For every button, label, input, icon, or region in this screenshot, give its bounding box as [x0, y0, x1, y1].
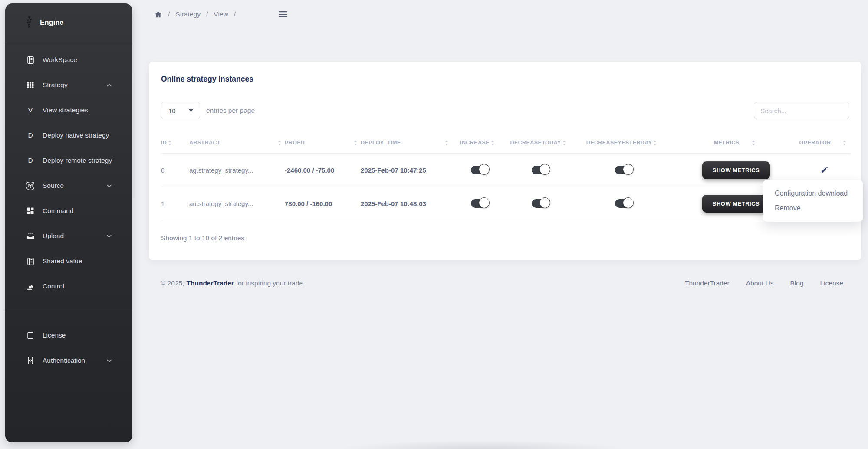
cell-deploy-time: 2025-Feb-07 10:48:03 — [361, 187, 452, 220]
cell-deploy-time: 2025-Feb-07 10:47:25 — [361, 154, 452, 187]
sidebar-item-workspace[interactable]: WorkSpace — [5, 47, 132, 72]
column-header-increase[interactable]: INCREASE — [452, 132, 506, 154]
sidebar-item-deploy-native-strategy[interactable]: DDeploy native strategy — [5, 123, 132, 148]
cell-increase — [452, 187, 506, 220]
cell-id: 1 — [161, 187, 189, 220]
card-title: Online strategy instances — [161, 75, 849, 84]
topbar: /Strategy/View/ — [132, 0, 868, 29]
journal-icon — [25, 257, 36, 266]
cell-abstract: au.strategy_strategy... — [189, 187, 285, 220]
copyright-prefix: © 2025, — [161, 279, 184, 287]
brand-name: Engine — [40, 19, 64, 26]
sidebar-item-label: Command — [43, 207, 74, 215]
grid-icon — [25, 81, 36, 89]
letter-icon: D — [25, 157, 36, 164]
robot-arm-icon — [25, 282, 36, 291]
column-header-label: OPERATOR — [799, 140, 831, 146]
toggle-knob — [539, 164, 550, 175]
column-header-abstract[interactable]: ABSTRACT — [189, 132, 285, 154]
sidebar-item-command[interactable]: Command — [5, 198, 132, 223]
decreasetoday-toggle[interactable] — [532, 199, 548, 208]
sidebar-item-source[interactable]: Source — [5, 173, 132, 198]
sort-icon — [278, 140, 281, 146]
breadcrumb-item-view[interactable]: View — [214, 10, 228, 18]
sidebar-item-label: Control — [43, 282, 64, 290]
menu-item-configuration-download[interactable]: Configuration download — [763, 186, 863, 201]
edit-operator-button[interactable] — [818, 163, 832, 178]
column-header-inner: OPERATOR — [799, 140, 847, 146]
cube-scan-icon — [25, 181, 36, 190]
increase-toggle[interactable] — [471, 166, 487, 174]
hamburger-icon[interactable] — [277, 9, 289, 20]
command-icon — [25, 206, 36, 215]
column-header-label: DECREASEYESTERDAY — [586, 140, 652, 146]
sidebar-item-shared-value[interactable]: Shared value — [5, 249, 132, 274]
sidebar-item-view-strategies[interactable]: VView strategies — [5, 98, 132, 123]
column-header-id[interactable]: ID — [161, 132, 189, 154]
show-metrics-button[interactable]: SHOW METRICS — [702, 195, 770, 213]
sort-icon — [354, 140, 357, 146]
footer-link-about-us[interactable]: About Us — [746, 279, 774, 287]
table-controls: 10 entries per page — [161, 102, 849, 119]
column-header-operator[interactable]: OPERATOR — [799, 132, 850, 154]
sidebar-item-label: Authentication — [43, 357, 85, 364]
table-row: 0ag.strategy_strategy...-2460.00 / -75.0… — [161, 154, 850, 187]
instances-table: IDABSTRACTPROFITDEPLOY_TIMEINCREASEDECRE… — [161, 132, 850, 220]
footer-link-license[interactable]: License — [820, 279, 843, 287]
entries-per-page-label: entries per page — [206, 107, 255, 115]
cell-profit: -2460.00 / -75.00 — [285, 154, 361, 187]
sidebar-item-control[interactable]: Control — [5, 274, 132, 299]
column-header-inner: DECREASETODAY — [506, 140, 570, 146]
sidebar-item-upload[interactable]: Upload — [5, 223, 132, 249]
sort-icon — [491, 140, 494, 146]
sort-icon — [843, 140, 846, 146]
cell-profit: 780.00 / -160.00 — [285, 187, 361, 220]
cell-decreaseyesterday — [573, 154, 673, 187]
decreaseyesterday-toggle[interactable] — [615, 199, 631, 208]
sidebar-item-label: Deploy native strategy — [43, 131, 109, 139]
column-header-inner: PROFIT — [285, 140, 357, 146]
decreasetoday-toggle[interactable] — [532, 166, 548, 174]
menu-item-remove[interactable]: Remove — [763, 201, 863, 216]
column-header-label: ID — [161, 140, 167, 146]
sidebar-item-label: Deploy remote strategy — [43, 157, 112, 164]
cell-id: 0 — [161, 154, 189, 187]
cell-abstract: ag.strategy_strategy... — [189, 154, 285, 187]
footer-brand: ThunderTrader — [187, 279, 234, 287]
increase-toggle[interactable] — [471, 199, 487, 208]
cell-decreaseyesterday — [573, 187, 673, 220]
column-header-inner: DECREASEYESTERDAY — [573, 140, 670, 146]
letter-icon: D — [25, 131, 36, 139]
footer-link-thundertrader[interactable]: ThunderTrader — [685, 279, 730, 287]
chevron-down-icon — [104, 357, 114, 364]
pencil-icon — [820, 165, 829, 174]
sidebar-item-authentication[interactable]: Authentication — [5, 348, 132, 373]
column-header-decreasetoday[interactable]: DECREASETODAY — [506, 132, 573, 154]
column-header-inner: DEPLOY_TIME — [361, 140, 448, 146]
chevron-down-icon — [104, 233, 114, 239]
column-header-inner: ABSTRACT — [189, 140, 281, 146]
search-input[interactable] — [754, 102, 849, 119]
entries-per-page-select[interactable]: 10 — [161, 102, 200, 119]
column-header-inner: METRICS — [673, 140, 796, 146]
footer-link-blog[interactable]: Blog — [790, 279, 804, 287]
sidebar-item-strategy[interactable]: Strategy — [5, 72, 132, 98]
main-content: /Strategy/View/ Online strategy instance… — [132, 0, 868, 287]
column-header-profit[interactable]: PROFIT — [285, 132, 361, 154]
toggle-knob — [479, 164, 490, 175]
decreaseyesterday-toggle[interactable] — [615, 166, 631, 174]
home-icon[interactable] — [154, 10, 162, 19]
column-header-decreaseyesterday[interactable]: DECREASEYESTERDAY — [573, 132, 673, 154]
toggle-knob — [479, 197, 490, 208]
letter-icon: V — [25, 106, 36, 114]
journal-icon — [25, 56, 36, 65]
breadcrumb-separator: / — [168, 10, 170, 18]
column-header-deploy-time[interactable]: DEPLOY_TIME — [361, 132, 452, 154]
breadcrumb-item-strategy[interactable]: Strategy — [175, 10, 201, 18]
show-metrics-button[interactable]: SHOW METRICS — [702, 161, 770, 179]
sidebar-item-deploy-remote-strategy[interactable]: DDeploy remote strategy — [5, 148, 132, 173]
column-header-label: PROFIT — [285, 140, 306, 146]
sidebar-item-label: Strategy — [43, 81, 68, 89]
sidebar-item-license[interactable]: License — [5, 323, 132, 348]
column-header-metrics[interactable]: METRICS — [673, 132, 799, 154]
